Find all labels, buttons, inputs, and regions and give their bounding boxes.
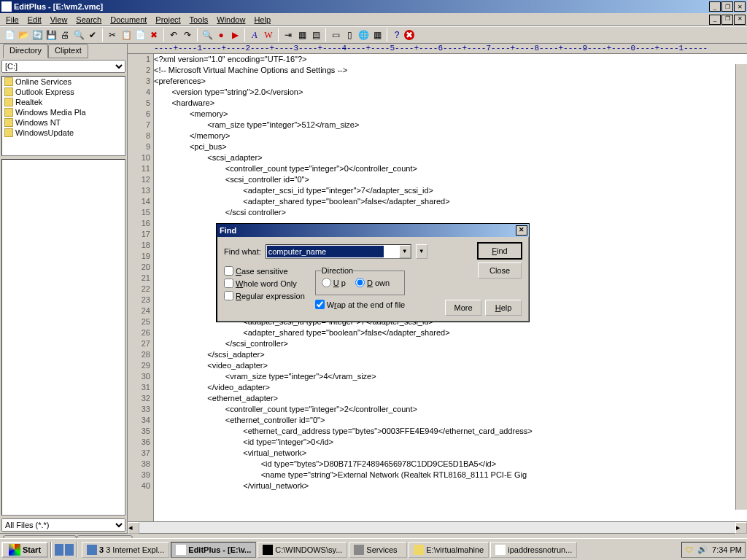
menu-tools[interactable]: Tools: [185, 15, 213, 25]
line-gutter: 1234567891011121314151617181920212223242…: [128, 54, 154, 521]
copy-icon[interactable]: 📋: [120, 28, 133, 42]
new-icon[interactable]: 📄: [3, 28, 16, 42]
print-icon[interactable]: 🖨: [58, 28, 71, 42]
record-icon[interactable]: ●: [214, 28, 228, 42]
scroll-left-icon[interactable]: ◂: [128, 522, 139, 534]
window1-icon[interactable]: ▭: [329, 28, 342, 42]
direction-down-radio[interactable]: Down: [355, 278, 390, 287]
tab-cliptext[interactable]: Cliptext: [48, 44, 88, 58]
doc-restore-button[interactable]: ❐: [721, 15, 733, 25]
folder-list[interactable]: Online Services Outlook Express Realtek …: [1, 76, 125, 156]
shield-icon[interactable]: 🛡: [685, 545, 693, 554]
help-button[interactable]: Help: [485, 300, 522, 316]
case-sensitive-checkbox[interactable]: Case sensitive: [224, 266, 305, 276]
find-button[interactable]: Find: [478, 243, 522, 259]
file-list[interactable]: [1, 159, 125, 516]
tab-directory[interactable]: Directory: [3, 44, 48, 58]
tray-icon[interactable]: 🔊: [697, 545, 708, 554]
direction-up-radio[interactable]: Up: [322, 278, 346, 287]
save-icon[interactable]: 💾: [44, 28, 58, 42]
scroll-right-icon[interactable]: ▸: [735, 522, 747, 534]
columns-icon[interactable]: ▦: [295, 28, 309, 42]
drive-select[interactable]: [C:]: [1, 60, 125, 73]
app-icon: [1, 1, 12, 12]
refresh-icon[interactable]: 🔄: [31, 28, 44, 42]
menu-help[interactable]: Help: [249, 15, 275, 25]
indent-icon[interactable]: ⇥: [282, 28, 295, 42]
menu-view[interactable]: View: [46, 15, 72, 25]
open-icon[interactable]: 📂: [17, 28, 30, 42]
find-menu-button[interactable]: ▼: [416, 244, 427, 259]
list-item: Windows NT: [2, 117, 125, 128]
app-titlebar: EditPlus - [E:\vm2.vmc] _ ❐ ✕: [0, 0, 747, 13]
redo-icon[interactable]: ↷: [181, 28, 194, 42]
minimize-button[interactable]: _: [709, 1, 721, 12]
find-dialog: Find ✕ Find what: ▼ ▼ Case sensitive Who…: [216, 223, 530, 322]
stop-icon[interactable]: ✖: [404, 30, 414, 40]
doc-close-button[interactable]: ✕: [734, 15, 746, 25]
list-item: Outlook Express: [2, 87, 125, 97]
taskbar-item[interactable]: ipaddressnotrun...: [490, 542, 577, 558]
find-what-combo[interactable]: ▼: [266, 244, 411, 259]
ruler: ----+----1----+----2----+----3----+----4…: [128, 44, 747, 54]
ruler-icon[interactable]: ▤: [309, 28, 322, 42]
more-button[interactable]: More: [445, 300, 481, 316]
menu-edit[interactable]: Edit: [23, 15, 46, 25]
close-find-button[interactable]: Close: [478, 262, 522, 279]
menu-project[interactable]: Project: [151, 15, 185, 25]
find-what-input[interactable]: [267, 246, 384, 257]
menu-file[interactable]: File: [1, 15, 23, 25]
play-icon[interactable]: ▶: [228, 28, 241, 42]
find-what-label: Find what:: [224, 247, 261, 256]
list-item: WindowsUpdate: [2, 128, 125, 138]
window2-icon[interactable]: ▯: [343, 28, 356, 42]
close-button[interactable]: ✕: [734, 1, 746, 12]
find-icon[interactable]: 🔍: [201, 28, 214, 42]
menu-window[interactable]: Window: [212, 15, 249, 25]
quicklaunch-icon[interactable]: [65, 544, 74, 556]
wordwrap-icon[interactable]: W: [262, 28, 275, 42]
filter-select[interactable]: All Files (*.*): [1, 518, 125, 532]
help-icon[interactable]: ?: [390, 28, 403, 42]
list-item: Online Services: [2, 77, 125, 87]
folder-icon: [4, 108, 13, 117]
restore-button[interactable]: ❐: [721, 1, 733, 12]
ie-icon: [87, 545, 97, 555]
taskbar-item[interactable]: EditPlus - [E:\v...: [171, 542, 256, 558]
taskbar-item[interactable]: 3 3 Internet Expl...: [82, 542, 169, 558]
horizontal-scrollbar[interactable]: ◂ ▸: [128, 521, 747, 533]
wrap-checkbox[interactable]: Wrap at the end of file: [315, 300, 405, 309]
preview-icon[interactable]: 🔍: [72, 28, 85, 42]
list-item: Windows Media Pla: [2, 107, 125, 117]
taskbar-item[interactable]: C:\WINDOWS\sy...: [258, 542, 347, 558]
menu-search[interactable]: Search: [71, 15, 106, 25]
menu-document[interactable]: Document: [106, 15, 151, 25]
delete-icon[interactable]: ✖: [147, 28, 160, 42]
quicklaunch-icon[interactable]: [55, 544, 63, 556]
menubar: File Edit View Search Document Project T…: [0, 13, 747, 26]
taskbar-item[interactable]: Services: [349, 542, 407, 558]
system-tray[interactable]: 🛡 🔊 7:34 PM: [681, 542, 746, 558]
vertical-scrollbar[interactable]: [735, 64, 747, 510]
doc-minimize-button[interactable]: _: [709, 15, 721, 25]
spell-icon[interactable]: ✔: [86, 28, 99, 42]
font-icon[interactable]: A: [248, 28, 261, 42]
dialog-titlebar[interactable]: Find ✕: [217, 224, 529, 237]
whole-word-checkbox[interactable]: Whole word Only: [224, 279, 305, 288]
window-title: EditPlus - [E:\vm2.vmc]: [14, 2, 709, 11]
paste-icon[interactable]: 📄: [133, 28, 147, 42]
regex-checkbox[interactable]: Regular expression: [224, 291, 305, 300]
services-icon: [354, 545, 364, 555]
folder-icon: [4, 77, 13, 86]
folder-icon: [4, 88, 13, 96]
cmd-icon: [263, 545, 273, 555]
taskbar: Start 3 3 Internet Expl... EditPlus - [E…: [0, 538, 747, 560]
cut-icon[interactable]: ✂: [106, 28, 119, 42]
combo-dropdown-icon[interactable]: ▼: [399, 245, 411, 258]
start-button[interactable]: Start: [1, 542, 48, 558]
taskbar-item[interactable]: E:\virtualmahine: [409, 542, 489, 558]
undo-icon[interactable]: ↶: [167, 28, 180, 42]
dialog-close-button[interactable]: ✕: [516, 225, 527, 236]
browser-icon[interactable]: 🌐: [357, 28, 370, 42]
tile-icon[interactable]: ▦: [371, 28, 384, 42]
